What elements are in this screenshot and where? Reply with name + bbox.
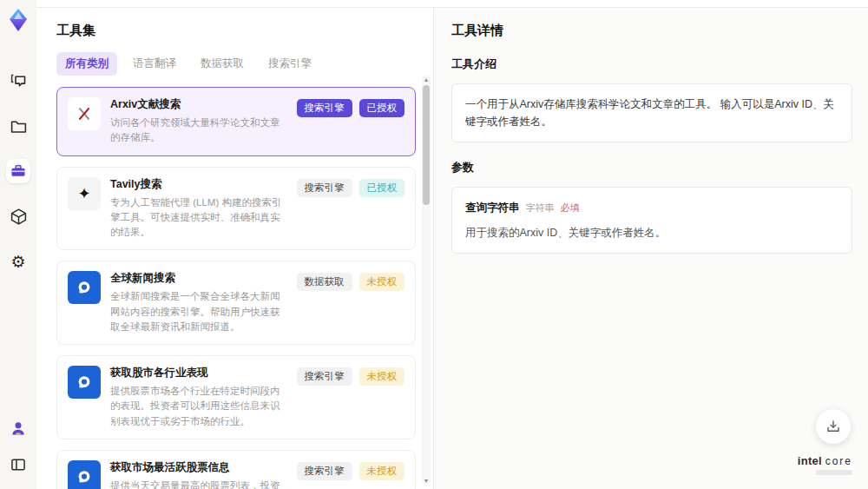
briefcase-icon[interactable] (6, 159, 30, 183)
app-logo-icon[interactable] (6, 8, 30, 32)
status-badge: 未授权 (359, 273, 405, 291)
tab-language-translation[interactable]: 语言翻译 (124, 52, 185, 76)
status-badge: 已授权 (359, 99, 405, 117)
category-badge: 搜索引擎 (297, 99, 352, 117)
intel-core-logo: intel core (798, 454, 852, 475)
content-area: 工具集 所有类别 语言翻译 数据获取 搜索引擎 Arxiv文献搜索 访问各个研究… (36, 7, 868, 489)
news-blue-logo-icon (68, 271, 101, 304)
param-required-badge: 必填 (561, 201, 580, 216)
tool-list-panel: 工具集 所有类别 语言翻译 数据获取 搜索引擎 Arxiv文献搜索 访问各个研究… (36, 8, 434, 489)
tool-intro-box: 一个用于从Arxiv存储库搜索科学论文和文章的工具。 输入可以是Arxiv ID… (451, 83, 852, 142)
param-name: 查询字符串 (465, 199, 520, 216)
tab-data-fetch[interactable]: 数据获取 (192, 52, 253, 76)
core-brand-text: core (825, 455, 852, 467)
tool-description: 提供股票市场各个行业在特定时间段内的表现。投资者可以利用这些信息来识别表现优于或… (110, 384, 287, 429)
intel-badge (816, 470, 852, 475)
scroll-up-icon[interactable]: ▲ (424, 76, 430, 83)
tool-list: Arxiv文献搜索 访问各个研究领域大量科学论文和文章的存储库。 搜索引擎 已授… (56, 87, 416, 489)
tab-all-categories[interactable]: 所有类别 (56, 52, 117, 76)
tab-search-engine[interactable]: 搜索引擎 (260, 52, 320, 76)
param-type: 字符串 (526, 201, 555, 216)
list-scrollbar[interactable]: ▲ ▼ (422, 76, 431, 485)
status-badge: 未授权 (359, 367, 405, 386)
download-button[interactable] (816, 409, 851, 444)
chat-icon[interactable] (6, 69, 30, 93)
param-description: 用于搜索的Arxiv ID、关键字或作者姓名。 (465, 224, 838, 241)
left-rail: ⚙ (0, 0, 36, 489)
cube-icon[interactable] (6, 204, 30, 228)
page-title: 工具集 (56, 23, 433, 39)
tool-card-tavily[interactable]: ✦ Tavily搜索 专为人工智能代理 (LLM) 构建的搜索引擎工具。可快速提… (56, 167, 416, 251)
tool-description: 提供当天交易量最高的股票列表，投资者可以利用这些信息来识别流动性强的股票和潜在的… (110, 479, 287, 489)
category-tabs: 所有类别 语言翻译 数据获取 搜索引擎 (56, 52, 433, 76)
category-badge: 搜索引擎 (297, 179, 352, 197)
tool-detail-panel: 工具详情 工具介绍 一个用于从Arxiv存储库搜索科学论文和文章的工具。 输入可… (434, 8, 868, 489)
tool-name: Arxiv文献搜索 (110, 97, 287, 112)
tool-card-global-news[interactable]: 全球新闻搜索 全球新闻搜索是一个聚合全球各大新闻网站内容的搜索引擎。帮助用户快速… (56, 261, 416, 345)
arxiv-logo-icon (68, 97, 101, 130)
params-heading: 参数 (451, 160, 852, 175)
status-badge: 已授权 (359, 179, 405, 197)
tool-description: 全球新闻搜索是一个聚合全球各大新闻网站内容的搜索引擎。帮助用户快速获取全球最新资… (110, 289, 287, 334)
intro-heading: 工具介绍 (451, 56, 852, 72)
collapse-panel-icon[interactable] (6, 453, 30, 477)
category-badge: 数据获取 (297, 273, 352, 291)
folder-icon[interactable] (6, 114, 30, 138)
gear-icon[interactable]: ⚙ (6, 249, 30, 274)
news-blue-logo-icon (68, 366, 101, 399)
news-blue-logo-icon (68, 460, 101, 489)
tool-name: Tavily搜索 (110, 177, 287, 192)
scrollbar-thumb[interactable] (423, 85, 430, 205)
tool-name: 获取市场最活跃股票信息 (110, 460, 287, 475)
tool-name: 全球新闻搜索 (110, 271, 287, 286)
tool-description: 访问各个研究领域大量科学论文和文章的存储库。 (110, 116, 287, 146)
category-badge: 搜索引擎 (297, 462, 352, 480)
detail-title: 工具详情 (451, 23, 852, 39)
tool-card-arxiv[interactable]: Arxiv文献搜索 访问各个研究领域大量科学论文和文章的存储库。 搜索引擎 已授… (56, 87, 416, 156)
param-box: 查询字符串 字符串 必填 用于搜索的Arxiv ID、关键字或作者姓名。 (451, 187, 852, 254)
tool-description: 专为人工智能代理 (LLM) 构建的搜索引擎工具。可快速提供实时、准确和真实的结… (110, 195, 287, 241)
tool-name: 获取股市各行业表现 (110, 366, 287, 380)
category-badge: 搜索引擎 (297, 367, 352, 386)
tool-card-most-active-stocks[interactable]: 获取市场最活跃股票信息 提供当天交易量最高的股票列表，投资者可以利用这些信息来识… (56, 450, 416, 489)
tool-card-sector-performance[interactable]: 获取股市各行业表现 提供股票市场各个行业在特定时间段内的表现。投资者可以利用这些… (56, 355, 416, 439)
sparkle-logo-icon: ✦ (68, 177, 101, 210)
status-badge: 未授权 (359, 462, 405, 480)
avatar-icon[interactable] (6, 416, 30, 440)
intel-brand-text: intel (798, 454, 822, 467)
scroll-down-icon[interactable]: ▼ (424, 477, 430, 485)
